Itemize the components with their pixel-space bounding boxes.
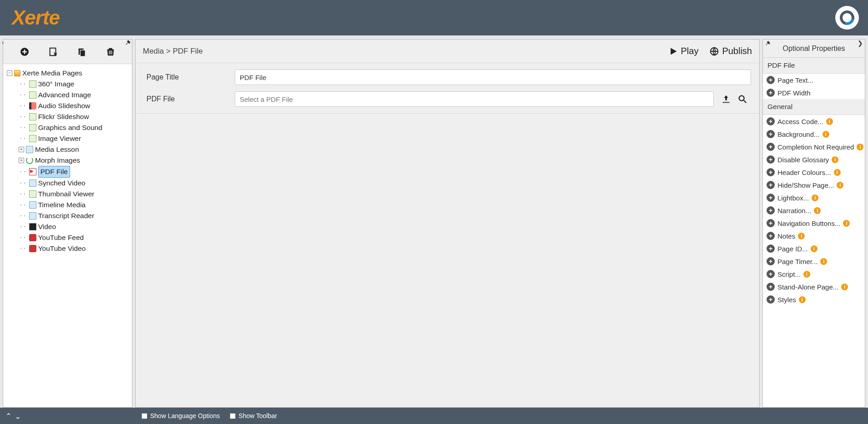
- plus-circle-icon: +: [767, 283, 775, 291]
- optional-property[interactable]: +Access Code...i: [763, 115, 865, 128]
- main-layout: ❮ − Xerte Media Pages: [0, 35, 868, 408]
- tree-item[interactable]: +Media Lesson: [19, 144, 129, 155]
- add-button[interactable]: [17, 45, 32, 59]
- tree-connector: ··: [19, 178, 26, 189]
- chevron-up-icon[interactable]: ⌃: [5, 412, 11, 420]
- tree-item[interactable]: ··PDF File: [19, 166, 129, 178]
- optional-property[interactable]: +Hide/Show Page...i: [763, 179, 865, 191]
- expand-toggle-icon[interactable]: +: [19, 158, 24, 163]
- show-toolbar-label: Show Toolbar: [238, 412, 277, 419]
- optional-property-label: Page Timer...: [777, 258, 818, 265]
- optional-body[interactable]: PDF File+Page Text...+PDF WidthGeneral+A…: [763, 58, 865, 407]
- info-icon[interactable]: i: [832, 156, 838, 163]
- optional-property[interactable]: +Background...i: [763, 128, 865, 140]
- show-toolbar-checkbox[interactable]: Show Toolbar: [230, 412, 277, 419]
- tree-item[interactable]: ··YouTube Video: [19, 243, 129, 254]
- optional-property[interactable]: +Disable Glossaryi: [763, 153, 865, 166]
- info-icon[interactable]: i: [812, 195, 818, 201]
- page-title-label: Page Title: [144, 73, 235, 81]
- tree-item[interactable]: ··Flickr Slideshow: [19, 111, 129, 122]
- optional-property[interactable]: +Page Timer...i: [763, 255, 865, 268]
- pin-icon[interactable]: [765, 40, 771, 46]
- morph-icon: [26, 157, 33, 164]
- tree-item[interactable]: ··Transcript Reader: [19, 210, 129, 221]
- optional-property[interactable]: +Header Colours...i: [763, 166, 865, 179]
- info-icon[interactable]: i: [803, 271, 810, 278]
- tree-item[interactable]: +Morph Images: [19, 155, 129, 166]
- tree-item[interactable]: ··Advanced Image: [19, 90, 129, 100]
- plus-circle-icon: +: [767, 168, 775, 176]
- footer-bar: ⌃ ⌃ Show Language Options Show Toolbar: [0, 408, 868, 424]
- page-tree[interactable]: − Xerte Media Pages ··360° Image··Advanc…: [3, 64, 132, 407]
- info-icon[interactable]: i: [826, 118, 833, 125]
- editor-header: Media > PDF File Play Publish: [136, 40, 759, 63]
- info-icon[interactable]: i: [799, 296, 806, 303]
- pin-icon[interactable]: [125, 40, 131, 46]
- tree-item-label: Audio Slideshow: [38, 100, 91, 111]
- show-language-input[interactable]: [141, 413, 147, 419]
- info-icon[interactable]: i: [857, 144, 863, 150]
- optional-property[interactable]: +Lightbox...i: [763, 191, 865, 204]
- tree-item[interactable]: ··Timeline Media: [19, 200, 129, 210]
- optional-property[interactable]: +Script...i: [763, 268, 865, 280]
- insert-button[interactable]: [46, 45, 61, 59]
- tree-root[interactable]: − Xerte Media Pages: [7, 68, 129, 79]
- pdf-file-row: PDF File: [144, 91, 751, 107]
- tree-item[interactable]: ··Audio Slideshow: [19, 100, 129, 111]
- collapse-toggle-icon[interactable]: −: [7, 70, 12, 76]
- tree-item-label: Graphics and Sound: [38, 122, 102, 133]
- show-toolbar-input[interactable]: [230, 413, 236, 419]
- optional-property[interactable]: +Notesi: [763, 229, 865, 242]
- info-icon[interactable]: i: [834, 169, 841, 176]
- tree-item-label: Advanced Image: [38, 90, 91, 100]
- tree-item[interactable]: ··Graphics and Sound: [19, 122, 129, 133]
- optional-property[interactable]: +Navigation Buttons...i: [763, 217, 865, 229]
- tree-item[interactable]: ··360° Image: [19, 79, 129, 90]
- info-icon[interactable]: i: [823, 131, 829, 138]
- top-bar: Xerte: [0, 0, 868, 35]
- pdf-file-input[interactable]: [235, 91, 714, 107]
- tree-item[interactable]: ··Thumbnail Viewer: [19, 189, 129, 200]
- optional-property-label: Notes: [777, 232, 795, 240]
- tree-item-label: YouTube Video: [38, 243, 86, 254]
- info-icon[interactable]: i: [814, 207, 821, 214]
- optional-property[interactable]: +Completion Not Requiredi: [763, 140, 865, 153]
- info-icon[interactable]: i: [811, 245, 818, 252]
- tree-toolbar: [3, 40, 132, 64]
- info-icon[interactable]: i: [837, 182, 843, 189]
- plus-circle-icon: +: [767, 76, 775, 84]
- tree-item[interactable]: ··Image Viewer: [19, 133, 129, 144]
- tree-connector: ··: [19, 189, 26, 200]
- tree-item[interactable]: ··Synched Video: [19, 178, 129, 189]
- upload-icon[interactable]: [721, 94, 731, 104]
- plus-circle-icon: +: [767, 219, 775, 227]
- optional-property[interactable]: +Narration...i: [763, 204, 865, 217]
- img-icon: [29, 80, 36, 88]
- info-icon[interactable]: i: [798, 233, 805, 239]
- search-icon[interactable]: [737, 94, 747, 104]
- img-icon: [29, 135, 36, 142]
- optional-section-title: General: [763, 99, 865, 115]
- info-icon[interactable]: i: [820, 258, 827, 265]
- tree-item[interactable]: ··Video: [19, 221, 129, 232]
- optional-property[interactable]: +Stand-Alone Page...i: [763, 280, 865, 293]
- collapse-right-icon[interactable]: ❯: [858, 40, 863, 47]
- optional-property[interactable]: +Page Text...: [763, 74, 865, 86]
- tree-item-label: Timeline Media: [38, 200, 86, 210]
- play-button[interactable]: Play: [669, 46, 698, 56]
- expand-toggle-icon[interactable]: +: [19, 147, 24, 152]
- tree-item[interactable]: ··YouTube Feed: [19, 232, 129, 243]
- optional-property[interactable]: +Page ID...i: [763, 242, 865, 255]
- delete-button[interactable]: [103, 45, 118, 59]
- info-icon[interactable]: i: [841, 284, 848, 290]
- tree-connector: ··: [19, 221, 26, 232]
- show-language-checkbox[interactable]: Show Language Options: [141, 412, 220, 419]
- chevron-down-icon[interactable]: ⌃: [15, 412, 21, 420]
- copy-button[interactable]: [75, 45, 89, 59]
- video-icon: [29, 223, 36, 230]
- optional-property[interactable]: +Stylesi: [763, 293, 865, 306]
- info-icon[interactable]: i: [843, 220, 850, 227]
- optional-property[interactable]: +PDF Width: [763, 86, 865, 99]
- publish-button[interactable]: Publish: [709, 46, 752, 56]
- page-title-input[interactable]: [235, 70, 751, 85]
